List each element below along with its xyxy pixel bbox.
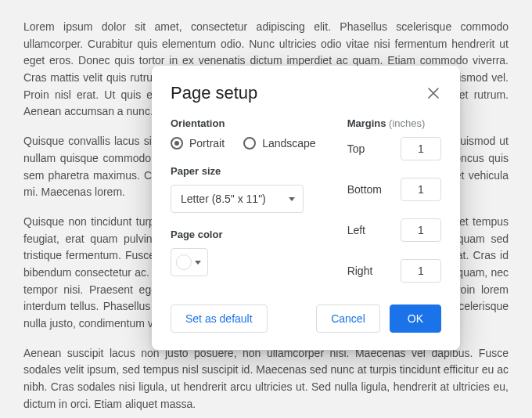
close-button[interactable] [426,85,441,101]
page-color-picker[interactable] [171,248,208,276]
margin-left-input[interactable] [401,218,441,242]
radio-label: Landscape [262,137,316,150]
radio-icon [171,137,183,150]
ok-button[interactable]: OK [390,304,441,333]
orientation-landscape-radio[interactable]: Landscape [243,137,316,150]
orientation-portrait-radio[interactable]: Portrait [171,137,225,150]
dialog-title: Page setup [171,83,257,103]
right-column: Margins (inches) Top Bottom Left Right [347,117,441,283]
left-column: Orientation Portrait Landscape Paper siz… [171,117,316,283]
radio-icon [243,137,256,150]
cancel-button[interactable]: Cancel [316,304,380,333]
margins-label: Margins (inches) [347,117,441,129]
close-icon [428,88,439,99]
margin-left-label: Left [347,224,365,236]
margin-bottom-input[interactable] [401,178,441,201]
orientation-label: Orientation [171,117,316,129]
margin-top-input[interactable] [401,137,441,160]
margin-right-input[interactable] [401,259,441,283]
set-as-default-button[interactable]: Set as default [171,304,268,333]
margin-right-label: Right [347,265,373,277]
color-swatch [176,254,192,270]
page-setup-dialog: Page setup Orientation Portrait Landscap… [152,66,460,350]
paper-size-dropdown[interactable]: Letter (8.5" x 11") [171,185,304,213]
margin-bottom-label: Bottom [347,183,382,196]
paper-size-label: Paper size [171,165,316,177]
chevron-down-icon [289,197,295,201]
dropdown-value: Letter (8.5" x 11") [181,193,266,205]
page-color-label: Page color [171,229,316,240]
chevron-down-icon [195,261,201,265]
margin-top-label: Top [347,142,365,155]
radio-label: Portrait [189,137,225,150]
